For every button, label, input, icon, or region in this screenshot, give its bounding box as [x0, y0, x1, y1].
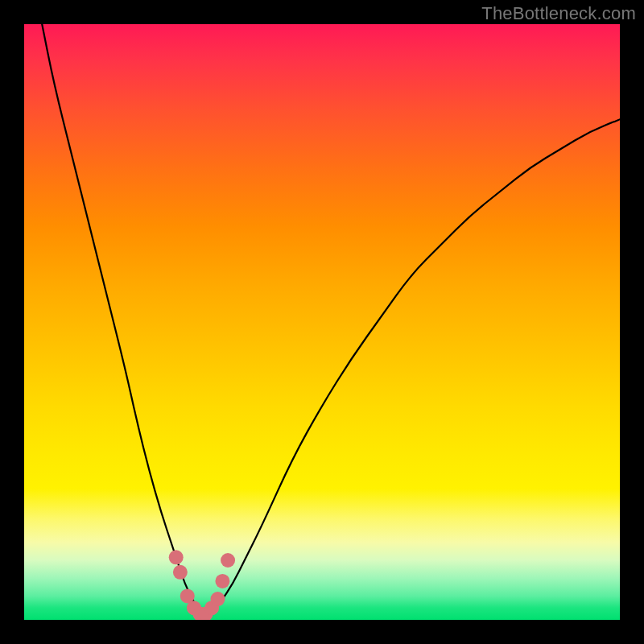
marker-point [169, 550, 184, 564]
plot-area [24, 24, 620, 620]
watermark-text: TheBottleneck.com [481, 3, 636, 24]
marker-point [215, 574, 229, 588]
marker-point [221, 553, 235, 568]
marker-point [173, 565, 188, 580]
marker-point [211, 592, 225, 606]
chart-frame: TheBottleneck.com [0, 0, 644, 644]
bottleneck-curve [42, 24, 620, 614]
curve-markers [169, 550, 235, 620]
curve-svg [24, 24, 620, 620]
